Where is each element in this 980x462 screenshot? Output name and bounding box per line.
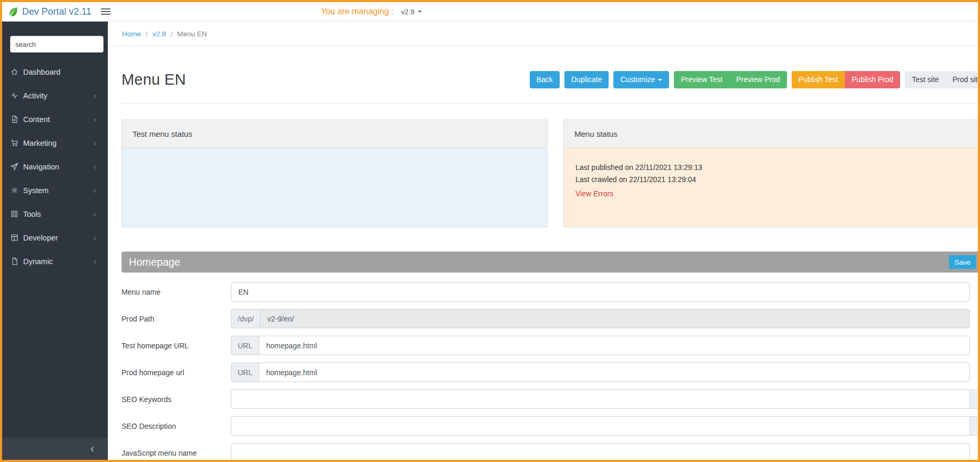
field-label: SEO Description xyxy=(122,422,231,430)
preview-test-button[interactable]: Preview Test xyxy=(674,71,729,88)
field-label: Menu name xyxy=(122,288,231,296)
header-divider xyxy=(122,103,978,104)
sidebar-collapse-button[interactable]: ‹ xyxy=(2,438,108,460)
preview-button-group: Preview Test Preview Prod xyxy=(674,71,786,88)
sidebar-item-label: Developer xyxy=(23,234,58,242)
prod-path-input xyxy=(260,309,970,328)
sidebar-item-developer[interactable]: Developer ‹ xyxy=(2,226,108,249)
hamburger-menu-icon[interactable] xyxy=(99,6,113,17)
grid-icon xyxy=(11,210,18,218)
sidebar-nav: Dashboard Activity ‹ Content ‹ xyxy=(2,60,108,273)
test-homepage-url-input[interactable] xyxy=(259,336,970,355)
page-title: Menu EN xyxy=(122,71,186,88)
url-prefix-addon: URL xyxy=(231,336,259,355)
view-errors-link[interactable]: View Errors xyxy=(575,188,613,200)
chevron-left-icon: ‹ xyxy=(94,139,96,147)
breadcrumb-version-link[interactable]: v2.9 xyxy=(153,30,166,38)
sidebar-item-dynamic[interactable]: Dynamic ‹ xyxy=(2,249,108,273)
chevron-left-icon: ‹ xyxy=(94,234,96,242)
prod-path-prefix-addon: /dvp/ xyxy=(231,309,260,328)
top-navbar: Dev Portal v2.11 You are managing : v2.9 xyxy=(2,2,978,22)
sidebar-item-content[interactable]: Content ‹ xyxy=(2,107,108,131)
form-row-prod-path: Prod Path /dvp/ xyxy=(122,309,978,328)
seo-keywords-input[interactable] xyxy=(231,389,970,409)
form-row-menu-name: Menu name xyxy=(122,282,978,302)
chevron-left-icon: ‹ xyxy=(94,186,96,194)
chevron-left-icon: ‹ xyxy=(94,92,96,99)
chevron-left-icon: ‹ xyxy=(94,210,96,218)
homepage-section-bar: Homepage Save xyxy=(122,252,978,273)
test-menu-status-title: Test menu status xyxy=(122,120,547,148)
form-row-prod-homepage-url: Prod homepage url URL xyxy=(122,363,978,382)
sidebar-item-navigation[interactable]: Navigation ‹ xyxy=(2,155,108,178)
layout-icon xyxy=(11,234,18,242)
sidebar: Dashboard Activity ‹ Content ‹ xyxy=(2,22,108,460)
field-label: Prod Path xyxy=(122,315,231,323)
sidebar-item-label: Activity xyxy=(23,92,47,100)
sidebar-item-system[interactable]: System ‹ xyxy=(2,178,108,202)
brand-title: Dev Portal v2.11 xyxy=(22,6,92,17)
search-input[interactable] xyxy=(10,36,104,53)
main-content: Home / v2.9 / Menu EN Menu EN Back Dupli… xyxy=(108,22,978,460)
menu-name-input[interactable] xyxy=(231,282,970,302)
form-row-js-menu-name: JavaScript menu name xyxy=(122,443,978,460)
brand: Dev Portal v2.11 xyxy=(2,6,92,17)
sidebar-item-marketing[interactable]: Marketing ‹ xyxy=(2,131,108,155)
send-icon xyxy=(11,163,18,170)
sidebar-item-label: Dynamic xyxy=(23,257,53,266)
test-menu-status-body xyxy=(122,148,547,227)
field-label: JavaScript menu name xyxy=(122,449,231,457)
breadcrumb-separator: / xyxy=(146,30,148,38)
chevron-left-icon: ‹ xyxy=(94,257,96,265)
publish-test-button[interactable]: Publish Test xyxy=(792,71,845,88)
test-site-button[interactable]: Test site xyxy=(905,71,945,88)
managing-indicator: You are managing : v2.9 xyxy=(321,2,422,21)
sidebar-item-tools[interactable]: Tools ‹ xyxy=(2,202,108,226)
last-crawled-text: Last crawled on 22/11/2021 13:29:04 xyxy=(575,174,976,186)
back-button[interactable]: Back xyxy=(530,71,560,88)
app-window: Dev Portal v2.11 You are managing : v2.9 xyxy=(0,0,980,462)
chevron-down-icon xyxy=(658,79,662,81)
seo-description-input[interactable] xyxy=(231,416,970,436)
field-label: Prod homepage url xyxy=(122,368,231,377)
homepage-section-title: Homepage xyxy=(129,256,180,268)
url-prefix-addon: URL xyxy=(231,363,259,382)
menu-status-title: Menu status xyxy=(564,120,978,148)
publish-button-group: Publish Test Publish Prod xyxy=(792,71,901,88)
javascript-menu-name-input[interactable] xyxy=(231,443,970,460)
sidebar-item-label: System xyxy=(23,186,48,195)
homepage-form: Menu name Prod Path /dvp/ Test hom xyxy=(122,273,978,460)
breadcrumb-current: Menu EN xyxy=(177,30,207,38)
site-button-group: Test site Prod site xyxy=(905,71,978,88)
sidebar-item-label: Dashboard xyxy=(23,68,60,76)
prod-homepage-url-input[interactable] xyxy=(259,363,970,382)
customize-dropdown-button[interactable]: Customize xyxy=(613,71,669,88)
preview-prod-button[interactable]: Preview Prod xyxy=(730,71,787,88)
menu-status-panel: Menu status Last published on 22/11/2021… xyxy=(563,119,978,227)
sidebar-item-label: Content xyxy=(23,115,50,124)
sidebar-item-activity[interactable]: Activity ‹ xyxy=(2,84,108,107)
home-icon xyxy=(11,68,18,76)
sidebar-item-dashboard[interactable]: Dashboard xyxy=(2,60,108,84)
managing-version-dropdown[interactable]: v2.9 xyxy=(401,8,422,16)
test-menu-status-panel: Test menu status xyxy=(122,119,548,227)
menu-status-body: Last published on 22/11/2021 13:29:13 La… xyxy=(564,148,978,227)
duplicate-button[interactable]: Duplicate xyxy=(564,71,609,88)
cart-icon xyxy=(11,139,18,147)
breadcrumb-home-link[interactable]: Home xyxy=(122,30,141,38)
publish-prod-button[interactable]: Publish Prod xyxy=(845,71,900,88)
breadcrumb: Home / v2.9 / Menu EN xyxy=(108,22,978,46)
prod-site-button[interactable]: Prod site xyxy=(946,71,978,88)
gear-icon xyxy=(11,186,18,194)
breadcrumb-separator: / xyxy=(170,30,173,38)
save-button[interactable]: Save xyxy=(949,255,976,269)
managing-label: You are managing : xyxy=(321,7,393,16)
form-row-seo-description: SEO Description 0 xyxy=(122,416,978,436)
sidebar-item-label: Marketing xyxy=(23,139,57,147)
chevron-left-icon: ‹ xyxy=(94,163,96,170)
seo-description-counter: 0 xyxy=(970,416,978,436)
form-row-seo-keywords: SEO Keywords 0 xyxy=(122,389,978,409)
form-row-test-homepage-url: Test homepage URL URL xyxy=(122,336,978,355)
leaf-logo-icon xyxy=(7,6,18,17)
sidebar-item-label: Tools xyxy=(23,210,41,218)
